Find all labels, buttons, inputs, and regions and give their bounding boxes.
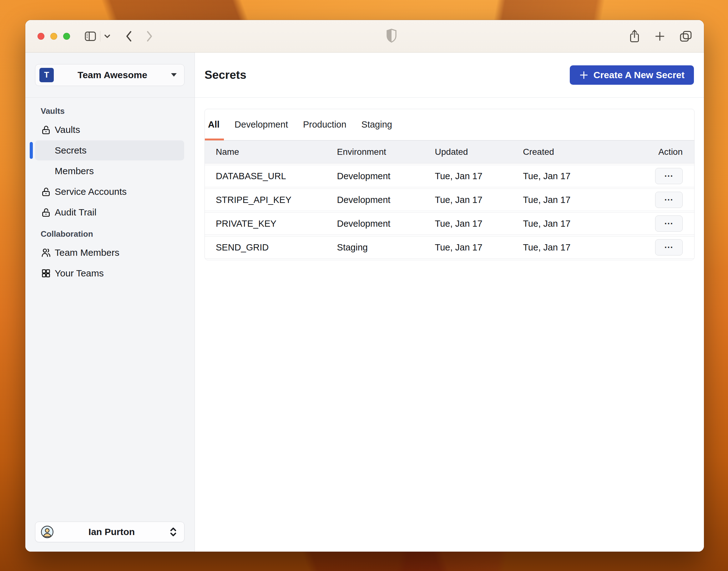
sidebar-item-secrets[interactable]: Secrets: [35, 140, 184, 160]
sidebar-item-label: Secrets: [55, 145, 87, 156]
secret-name: SEND_GRID: [205, 236, 337, 259]
share-button[interactable]: [628, 29, 641, 44]
team-section: T Team Awesome: [25, 52, 195, 98]
sidebar-item-label: Your Teams: [55, 268, 104, 278]
secret-created: Tue, Jan 17: [523, 212, 630, 235]
main-header: Secrets Create A New Secret: [195, 52, 704, 98]
chevron-down-icon: [104, 33, 111, 39]
sidebar-toggle-button[interactable]: [84, 30, 97, 42]
sidebar-nav: Vaults Vaults Secrets Members: [25, 98, 195, 284]
back-button[interactable]: [125, 30, 133, 42]
ellipsis-icon: ...: [664, 240, 674, 250]
secrets-table: Name Environment Updated Created Action …: [205, 139, 694, 260]
table-row: DATABASE_URL Development Tue, Jan 17 Tue…: [205, 165, 694, 187]
column-header-updated: Updated: [435, 140, 523, 163]
lock-open-icon: [41, 186, 51, 197]
secret-created: Tue, Jan 17: [523, 189, 630, 211]
new-tab-button[interactable]: [654, 30, 666, 42]
ellipsis-icon: ...: [664, 217, 674, 226]
tab-production[interactable]: Production: [298, 109, 351, 140]
column-header-name: Name: [205, 140, 337, 163]
secret-created: Tue, Jan 17: [523, 236, 630, 259]
sidebar-item-label: Service Accounts: [55, 186, 127, 197]
app-window: T Team Awesome Vaults Vaults: [25, 20, 704, 552]
sidebar-item-label: Audit Trail: [55, 207, 96, 218]
users-icon: [41, 247, 51, 258]
column-header-created: Created: [523, 140, 630, 163]
secret-updated: Tue, Jan 17: [435, 165, 523, 187]
sidebar-toggle-caret-button[interactable]: [104, 33, 111, 39]
row-actions-button[interactable]: ...: [655, 168, 683, 184]
table-header-row: Name Environment Updated Created Action: [205, 140, 694, 163]
tab-staging[interactable]: Staging: [357, 109, 396, 140]
user-avatar-icon: [40, 525, 54, 539]
table-row: SEND_GRID Staging Tue, Jan 17 Tue, Jan 1…: [205, 236, 694, 259]
row-actions-button[interactable]: ...: [655, 192, 683, 208]
titlebar: [25, 20, 704, 52]
sidebar-item-label: Vaults: [55, 124, 80, 135]
secret-environment: Development: [337, 165, 435, 187]
traffic-lights: [37, 33, 70, 40]
nav-section-label-vaults: Vaults: [41, 106, 195, 116]
environment-tabs: All Development Production Staging: [205, 109, 694, 140]
sidebar-item-team-members[interactable]: Team Members: [35, 243, 184, 263]
lock-open-icon: [41, 207, 51, 218]
sidebar-item-members[interactable]: Members: [35, 161, 184, 181]
caret-down-icon: [171, 73, 177, 77]
secret-updated: Tue, Jan 17: [435, 236, 523, 259]
secret-updated: Tue, Jan 17: [435, 212, 523, 235]
sidebar-item-label: Team Members: [55, 247, 119, 258]
secret-name: DATABASE_URL: [205, 165, 337, 187]
tab-development[interactable]: Development: [230, 109, 292, 140]
create-secret-button[interactable]: Create A New Secret: [570, 65, 694, 85]
tab-all[interactable]: All: [205, 109, 224, 140]
content-area: All Development Production Staging Name …: [195, 98, 704, 260]
lock-open-icon: [41, 124, 51, 135]
user-name: Ian Purton: [54, 527, 169, 537]
sidebar-item-service-accounts[interactable]: Service Accounts: [35, 182, 184, 202]
toolbar-divider: [100, 31, 100, 41]
create-secret-label: Create A New Secret: [594, 70, 685, 80]
main-panel: Secrets Create A New Secret All Developm…: [195, 52, 704, 552]
ellipsis-icon: ...: [664, 193, 674, 203]
forward-button[interactable]: [145, 30, 153, 42]
secret-environment: Development: [337, 189, 435, 211]
minimize-window-button[interactable]: [50, 33, 57, 40]
team-name: Team Awesome: [54, 70, 171, 80]
sidebar-item-vaults[interactable]: Vaults: [35, 120, 184, 140]
team-avatar: T: [39, 68, 54, 82]
chevron-right-icon: [145, 30, 153, 42]
grid-icon: [41, 268, 51, 278]
page-title: Secrets: [205, 69, 246, 82]
ellipsis-icon: ...: [664, 169, 674, 179]
team-switcher[interactable]: T Team Awesome: [35, 64, 185, 86]
secrets-card: All Development Production Staging Name …: [205, 109, 695, 260]
secret-environment: Development: [337, 212, 435, 235]
secret-name: STRIPE_API_KEY: [205, 189, 337, 211]
shield-icon: [386, 28, 397, 43]
row-actions-button[interactable]: ...: [655, 215, 683, 232]
sidebar-item-your-teams[interactable]: Your Teams: [35, 263, 184, 283]
close-window-button[interactable]: [37, 33, 44, 40]
user-switcher[interactable]: Ian Purton: [35, 522, 185, 542]
secret-name: PRIVATE_KEY: [205, 212, 337, 235]
plus-icon: [579, 70, 589, 80]
secret-environment: Staging: [337, 236, 435, 259]
table-row: STRIPE_API_KEY Development Tue, Jan 17 T…: [205, 189, 694, 211]
nav-section-label-collaboration: Collaboration: [41, 229, 195, 239]
secret-created: Tue, Jan 17: [523, 165, 630, 187]
fullscreen-window-button[interactable]: [63, 33, 70, 40]
tabs-overview-icon: [679, 30, 693, 43]
column-header-environment: Environment: [337, 140, 435, 163]
sidebar-item-audit-trail[interactable]: Audit Trail: [35, 202, 184, 222]
sidebar: T Team Awesome Vaults Vaults: [25, 52, 195, 552]
share-icon: [628, 29, 641, 44]
tab-overview-button[interactable]: [679, 30, 693, 43]
sidebar-toggle-icon: [84, 30, 97, 42]
chevron-up-down-icon: [169, 527, 177, 537]
row-actions-button[interactable]: ...: [655, 239, 683, 255]
plus-icon: [654, 30, 666, 42]
column-header-action: Action: [631, 140, 694, 163]
table-row: PRIVATE_KEY Development Tue, Jan 17 Tue,…: [205, 212, 694, 235]
sidebar-item-label: Members: [55, 166, 94, 177]
